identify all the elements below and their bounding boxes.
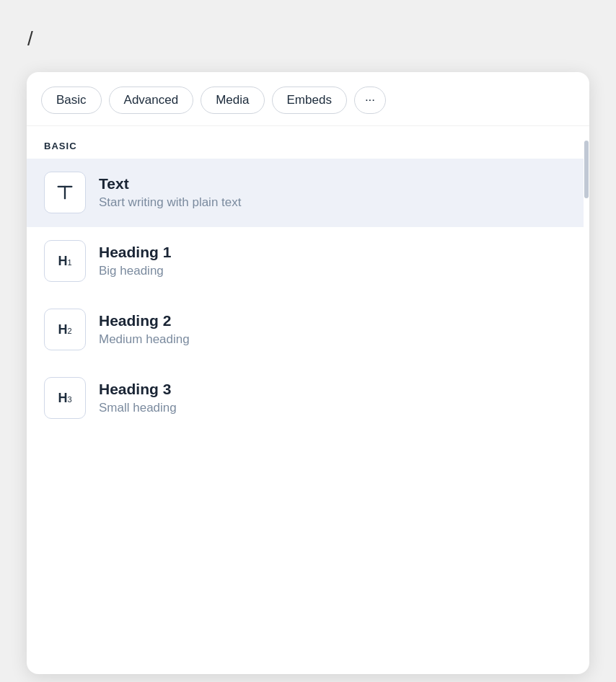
tab-media[interactable]: Media xyxy=(201,87,264,114)
text-icon xyxy=(44,172,86,213)
h1-icon-label: H1 xyxy=(58,254,71,269)
tab-advanced[interactable]: Advanced xyxy=(109,87,194,114)
scrollbar-track[interactable] xyxy=(584,126,589,674)
tabs-container: Basic Advanced Media Embeds ··· xyxy=(27,72,589,126)
section-label: BASIC xyxy=(27,126,584,159)
content-area: BASIC Text Start writing with plain text… xyxy=(27,126,589,674)
block-item-heading2[interactable]: H2 Heading 2 Medium heading xyxy=(27,296,584,364)
tab-more-button[interactable]: ··· xyxy=(354,87,386,114)
block-desc-heading1: Big heading xyxy=(99,264,171,278)
tab-basic[interactable]: Basic xyxy=(41,87,102,114)
items-list: BASIC Text Start writing with plain text… xyxy=(27,126,584,674)
block-info-text: Text Start writing with plain text xyxy=(99,175,241,210)
h2-icon-label: H2 xyxy=(58,322,71,337)
block-desc-text: Start writing with plain text xyxy=(99,195,241,210)
block-desc-heading2: Medium heading xyxy=(99,332,190,347)
block-title-heading1: Heading 1 xyxy=(99,244,171,261)
heading2-icon: H2 xyxy=(44,309,86,350)
block-title-heading3: Heading 3 xyxy=(99,381,177,398)
heading3-icon: H3 xyxy=(44,377,86,419)
scrollbar-thumb xyxy=(584,141,589,198)
block-title-text: Text xyxy=(99,175,241,192)
block-picker-panel: Basic Advanced Media Embeds ··· BASIC Te… xyxy=(27,72,589,674)
h3-icon-label: H3 xyxy=(58,391,71,406)
block-info-heading1: Heading 1 Big heading xyxy=(99,244,171,278)
block-desc-heading3: Small heading xyxy=(99,401,177,415)
block-info-heading2: Heading 2 Medium heading xyxy=(99,312,190,347)
block-item-text[interactable]: Text Start writing with plain text xyxy=(27,159,584,227)
block-info-heading3: Heading 3 Small heading xyxy=(99,381,177,415)
block-item-heading3[interactable]: H3 Heading 3 Small heading xyxy=(27,364,584,433)
block-title-heading2: Heading 2 xyxy=(99,312,190,329)
block-item-heading1[interactable]: H1 Heading 1 Big heading xyxy=(27,227,584,296)
tab-embeds[interactable]: Embeds xyxy=(272,87,347,114)
slash-indicator: / xyxy=(27,27,33,50)
heading1-icon: H1 xyxy=(44,240,86,282)
